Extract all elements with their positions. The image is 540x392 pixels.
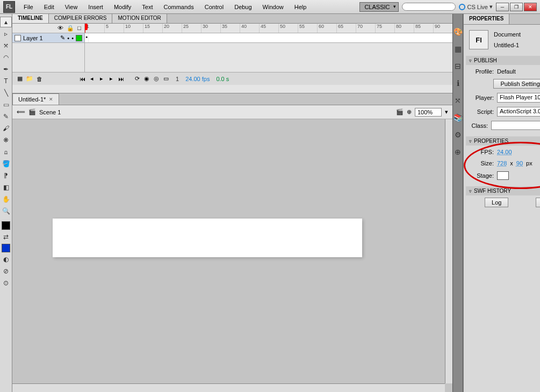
cs-live[interactable]: CS Live ▾	[459, 3, 493, 10]
layer-row[interactable]: Layer 1 ✎ • •	[12, 33, 84, 43]
layer-color-swatch[interactable]	[76, 35, 82, 41]
zoom-input[interactable]	[415, 108, 442, 117]
minimize-button[interactable]: ─	[496, 3, 509, 11]
size-height[interactable]: 90	[516, 160, 523, 166]
swf-history-header[interactable]: SWF HISTORY	[466, 186, 540, 195]
eye-icon[interactable]: 👁	[57, 25, 63, 32]
menu-modify[interactable]: Modify	[109, 2, 136, 12]
black-white-icon[interactable]: ◐	[0, 254, 12, 265]
lasso-tool[interactable]: ◠	[0, 52, 12, 63]
playhead[interactable]	[85, 24, 85, 33]
stage-color-swatch[interactable]	[497, 171, 509, 180]
transform-panel-icon[interactable]: ⤲	[453, 96, 463, 105]
no-color-icon[interactable]: ⊘	[0, 266, 12, 277]
tab-timeline[interactable]: TIMELINE	[12, 14, 49, 23]
class-input[interactable]	[491, 121, 540, 130]
keyframe[interactable]	[85, 33, 89, 42]
pencil-tool[interactable]: ✎	[0, 111, 12, 122]
close-tab-icon[interactable]: ✕	[49, 97, 53, 102]
search-input[interactable]	[402, 3, 456, 11]
menu-text[interactable]: Text	[136, 2, 158, 12]
edit-scene-icon[interactable]: 🎬	[396, 108, 404, 115]
fill-color-swatch[interactable]	[2, 244, 10, 252]
workspace-dropdown[interactable]: CLASSIC	[359, 2, 399, 12]
menu-debug[interactable]: Debug	[229, 2, 257, 12]
onion-outline-button[interactable]: ◎	[152, 75, 161, 83]
hand-tool[interactable]: ✋	[0, 194, 12, 205]
properties-section-header[interactable]: PROPERTIES	[466, 136, 540, 146]
tab-compiler-errors[interactable]: COMPILER ERRORS	[49, 14, 113, 23]
publish-settings-button[interactable]: Publish Settings...	[493, 79, 540, 89]
zoom-tool[interactable]: 🔍	[0, 206, 12, 216]
document-tab[interactable]: Untitled-1* ✕	[12, 93, 59, 105]
fps-display: 24.00 fps	[185, 76, 210, 82]
align-panel-icon[interactable]: ⊟	[453, 61, 463, 71]
subselection-tool[interactable]: ▹	[0, 28, 12, 39]
free-transform-tool[interactable]: ⤧	[0, 40, 12, 51]
eyedropper-tool[interactable]: ⁋	[0, 170, 12, 181]
menu-control[interactable]: Control	[199, 2, 229, 12]
outline-icon[interactable]: □	[77, 25, 81, 32]
fps-value[interactable]: 24.00	[497, 149, 512, 155]
clear-button[interactable]: Clear	[536, 198, 540, 207]
publish-section-header[interactable]: PUBLISH	[466, 56, 540, 65]
zoom-dropdown-icon[interactable]: ▾	[445, 108, 448, 115]
deco-tool[interactable]: ❋	[0, 135, 12, 146]
lock-icon[interactable]: 🔒	[67, 25, 74, 32]
swatches-panel-icon[interactable]: ▦	[453, 44, 463, 54]
step-fwd-button[interactable]: ▸	[107, 75, 116, 83]
rectangle-tool[interactable]: ▭	[0, 99, 12, 110]
scrollbar-vertical[interactable]	[445, 119, 452, 383]
center-frame-button[interactable]: ⟳	[133, 75, 141, 83]
new-folder-button[interactable]: 📁	[25, 75, 34, 83]
tab-motion-editor[interactable]: MOTION EDITOR	[112, 14, 167, 23]
pen-tool[interactable]: ✒	[0, 64, 12, 75]
info-panel-icon[interactable]: ℹ	[453, 78, 463, 88]
menu-file[interactable]: File	[18, 2, 39, 12]
library-panel-icon[interactable]: 📚	[453, 113, 463, 122]
scrollbar-horizontal[interactable]	[12, 383, 445, 392]
brush-tool[interactable]: 🖌	[0, 123, 12, 134]
new-layer-button[interactable]: ▦	[16, 75, 24, 83]
snap-icon[interactable]: ⊙	[0, 278, 12, 288]
swap-colors-icon[interactable]: ⇄	[0, 231, 12, 242]
menu-window[interactable]: Window	[257, 2, 289, 12]
maximize-button[interactable]: ❐	[510, 3, 523, 11]
stage[interactable]	[53, 219, 362, 257]
back-icon[interactable]: ⟸	[17, 108, 25, 115]
color-panel-icon[interactable]: 🎨	[453, 27, 463, 37]
text-tool[interactable]: T	[0, 76, 12, 86]
stroke-color-swatch[interactable]	[2, 221, 10, 230]
behaviors-panel-icon[interactable]: ⊕	[453, 147, 463, 157]
frame-ruler[interactable]: 1 5 10 15 20 25 30 35 40 45 50 55 60 65	[85, 24, 452, 33]
script-dropdown[interactable]: ActionScript 3.0	[497, 107, 540, 117]
player-dropdown[interactable]: Flash Player 10.2	[497, 93, 540, 103]
step-back-button[interactable]: ◂	[88, 75, 96, 83]
frame-track[interactable]	[85, 33, 452, 43]
layer-dot2[interactable]: •	[71, 35, 74, 41]
line-tool[interactable]: ╲	[0, 88, 12, 98]
bone-tool[interactable]: ⩍	[0, 147, 12, 157]
selection-tool[interactable]: ▴	[0, 17, 12, 27]
eraser-tool[interactable]: ◧	[0, 182, 12, 193]
paint-bucket-tool[interactable]: 🪣	[0, 158, 12, 169]
onion-skin-button[interactable]: ◉	[142, 75, 151, 83]
menu-insert[interactable]: Insert	[83, 2, 109, 12]
menu-help[interactable]: Help	[289, 2, 312, 12]
menu-commands[interactable]: Commands	[158, 2, 199, 12]
goto-first-button[interactable]: ⏮	[78, 75, 87, 83]
play-button[interactable]: ▸	[97, 75, 106, 83]
layer-dot1[interactable]: •	[67, 35, 69, 41]
edit-symbols-icon[interactable]: ⊕	[407, 108, 412, 115]
edit-multiple-button[interactable]: ▭	[162, 75, 170, 83]
size-width[interactable]: 728	[497, 160, 507, 166]
delete-layer-button[interactable]: 🗑	[35, 75, 44, 83]
properties-panel-tab[interactable]: PROPERTIES	[464, 14, 540, 25]
actions-panel-icon[interactable]: ⚙	[453, 130, 463, 140]
log-button[interactable]: Log	[485, 198, 508, 207]
goto-last-button[interactable]: ⏭	[117, 75, 125, 83]
menu-edit[interactable]: Edit	[39, 2, 60, 12]
menu-view[interactable]: View	[60, 2, 83, 12]
stage-area[interactable]	[12, 119, 452, 392]
close-button[interactable]: ✕	[524, 3, 537, 11]
